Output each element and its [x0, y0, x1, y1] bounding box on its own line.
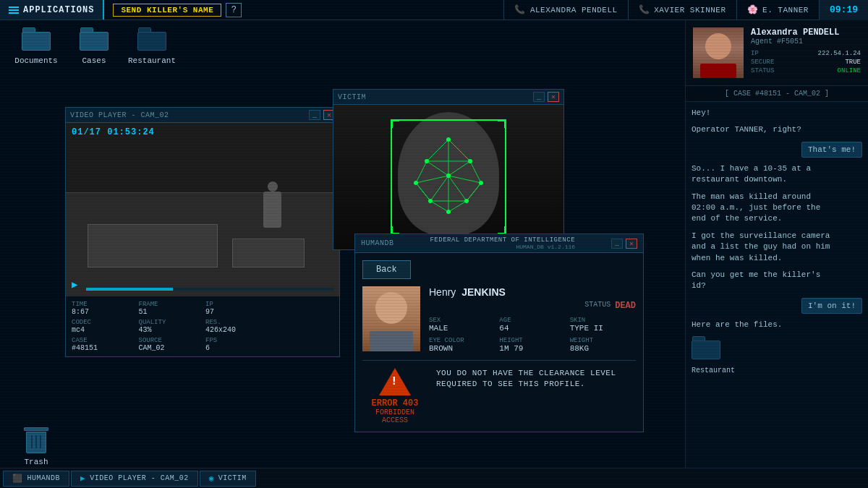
error-icon-area: ERROR 403 Forbidden Access [362, 368, 427, 424]
agent-face-img [693, 27, 744, 78]
chat-msg-3: So... I have a 10-35 at a restaurant dow… [692, 163, 837, 186]
progress-bar[interactable] [86, 288, 333, 291]
suspect-photo [362, 286, 420, 351]
send-killer-button[interactable]: Send Killer's Name [113, 4, 221, 17]
chat-msg-5: I got the surveillance camera and a list… [692, 231, 837, 264]
agent-ip-stat: IP 222.54.1.24 [751, 50, 861, 57]
humandb-title: HUMANDB [361, 239, 394, 247]
contact-pendell[interactable]: 📞 Alexandra Pendell [503, 0, 627, 20]
svg-line-17 [467, 183, 481, 201]
victim-screen [333, 105, 563, 249]
error-sub: Forbidden Access [362, 408, 427, 424]
documents-label: Documents [14, 56, 57, 65]
agent-profile: Alexandra PENDELL Agent #F5051 IP 222.54… [686, 20, 868, 86]
chat-file-label: Restaurant [692, 367, 735, 374]
documents-icon[interactable]: Documents [14, 27, 58, 65]
cases-icon[interactable]: Cases [72, 27, 116, 65]
chat-msg-1: Operator TANNER, right? [692, 124, 837, 135]
chat-file-item: Restaurant [692, 336, 862, 374]
agent-secure-stat: SECURE TRUE [751, 59, 861, 66]
trash-icon[interactable]: Trash [14, 427, 58, 466]
svg-point-24 [479, 181, 483, 185]
video-window-controls: _ ✕ [309, 110, 335, 120]
svg-line-7 [416, 176, 448, 183]
humandb-window-controls: _ ✕ [611, 239, 637, 249]
taskbar-victim[interactable]: ◉ VICTIM [200, 471, 256, 487]
humandb-version: HUMAN_DB v1.2.116 [430, 244, 575, 250]
phone-icon-1: 📞 [639, 4, 650, 15]
svg-line-12 [448, 176, 467, 201]
video-metadata: TIME 8:67 FRAME 51 IP 97 CODEC mc4 QUALI… [66, 296, 339, 356]
victim-titlebar: VICTIM _ ✕ [333, 90, 563, 105]
victim-title: VICTIM [338, 93, 366, 101]
taskbar: ⬛ HUMANDB ▶ VIDEO PLAYER - CAM_02 ◉ VICT… [0, 468, 868, 488]
meta-quality: QUALITY 43% [139, 319, 200, 334]
svg-point-22 [468, 159, 472, 163]
video-minimize-btn[interactable]: _ [309, 110, 320, 120]
chat-msg-7: I'm on it! [801, 298, 862, 314]
right-panel: Alexandra PENDELL Agent #F5051 IP 222.54… [685, 20, 868, 468]
error-code: ERROR 403 [362, 398, 427, 408]
cases-label: Cases [82, 56, 106, 65]
humandb-back-button[interactable]: Back [362, 260, 411, 279]
meta-codec: CODEC mc4 [72, 319, 133, 334]
topbar: Applications Send Killer's Name ? 📞 Alex… [0, 0, 868, 20]
humandb-minimize-btn[interactable]: _ [611, 239, 623, 249]
db-icon: ⬛ [12, 474, 23, 483]
sg-weight: WEIGHT 88KG [570, 337, 636, 353]
svg-point-23 [414, 181, 418, 185]
contact-tanner[interactable]: 🌸 E. Tanner [736, 0, 819, 20]
victim-minimize-btn[interactable]: _ [533, 92, 545, 102]
meta-empty2 [273, 319, 334, 334]
chat-msg-0: Hey! [692, 108, 837, 119]
svg-point-21 [425, 159, 429, 163]
error-message: You do not have the clearance level requ… [436, 368, 636, 390]
suspect-status: DEAD [615, 301, 636, 311]
taskbar-label-1: VIDEO PLAYER - CAM_02 [90, 474, 189, 482]
svg-point-27 [464, 199, 469, 203]
agent-status-val: ONLINE [838, 67, 861, 74]
sg-height: HEIGHT 1M 79 [499, 337, 565, 353]
contact-skinner[interactable]: 📞 Xavier Skinner [628, 0, 736, 20]
agent-name: Alexandra PENDELL [751, 27, 861, 38]
svg-point-26 [428, 199, 433, 203]
agent-status-stat: STATUS ONLINE [751, 67, 861, 74]
fdi-label: Federal Department of Intelligence [430, 236, 575, 244]
contact-name-1: Xavier Skinner [654, 6, 726, 14]
victim-window: VICTIM _ ✕ [333, 89, 564, 250]
humandb-window: HUMANDB Federal Department of Intelligen… [354, 234, 644, 432]
cctv-table1 [88, 224, 218, 267]
contact-name-2: E. Tanner [762, 6, 809, 14]
agent-avatar [693, 27, 744, 78]
contacts-bar: 📞 Alexandra Pendell 📞 Xavier Skinner 🌸 E… [503, 0, 819, 20]
humandb-close-btn[interactable]: ✕ [626, 239, 637, 249]
humandb-titlebar: HUMANDB Federal Department of Intelligen… [355, 234, 643, 253]
sg-skin: SKIN TYPE II [570, 317, 636, 333]
taskbar-humandb[interactable]: ⬛ HUMANDB [3, 471, 69, 487]
meta-frame: FRAME 51 [139, 301, 200, 316]
cctv-room [66, 123, 339, 296]
restaurant-icon[interactable]: Restaurant [130, 27, 174, 65]
chat-msg-2: That's me! [801, 142, 862, 158]
svg-line-14 [448, 201, 467, 212]
video-titlebar: VIDEO PLAYER - CAM_02 _ ✕ [66, 108, 339, 123]
restaurant-label: Restaurant [128, 56, 176, 65]
victim-close-btn[interactable]: ✕ [548, 92, 559, 102]
phone-icon-0: 📞 [514, 4, 526, 15]
play-button[interactable]: ▶ [72, 278, 77, 291]
svg-point-28 [446, 210, 451, 214]
face-icon: ◉ [209, 474, 214, 483]
svg-line-0 [427, 140, 448, 161]
contact-name-0: Alexandra Pendell [530, 6, 618, 14]
taskbar-videoplayer[interactable]: ▶ VIDEO PLAYER - CAM_02 [71, 471, 198, 487]
chat-msg-8: Here are the files. [692, 320, 837, 330]
chat-file-folder-icon[interactable] [692, 336, 723, 364]
svg-line-16 [416, 183, 430, 201]
svg-line-5 [470, 161, 481, 183]
taskbar-label-2: VICTIM [218, 474, 247, 482]
help-button[interactable]: ? [226, 3, 242, 17]
sg-eye: EYE COLOR BROWN [429, 337, 495, 353]
menu-icon [9, 7, 19, 14]
svg-line-8 [448, 176, 481, 183]
sg-age: AGE 64 [499, 317, 565, 333]
